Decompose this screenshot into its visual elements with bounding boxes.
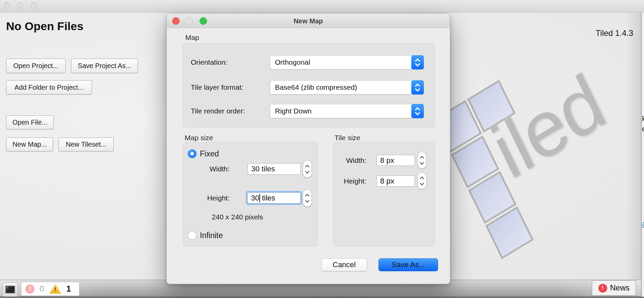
stepper-up-icon (305, 194, 309, 198)
map-height-focus-ring: 30 tiles (246, 191, 302, 205)
map-height-stepper[interactable] (303, 189, 312, 207)
map-pixel-size-text: 240 x 240 pixels (212, 213, 263, 221)
clipped-right-panel (642, 0, 644, 297)
clipped-text-fragment: k (642, 114, 644, 123)
news-button[interactable]: ! News (592, 280, 636, 296)
stepper-down-icon (420, 160, 424, 165)
tile-width-input[interactable]: 8 px (376, 155, 415, 166)
tile-render-order-label: Tile render order: (191, 104, 245, 118)
tile-height-stepper[interactable] (417, 172, 427, 189)
add-folder-to-project-button[interactable]: Add Folder to Project... (6, 80, 92, 94)
tiled-app-window: No Open Files Tiled 1.4.3 Open Project..… (0, 0, 644, 298)
radio-infinite[interactable] (188, 231, 197, 240)
stepper-down-icon (305, 169, 309, 173)
tile-width-label: Width: (332, 155, 366, 166)
zoom-window-icon[interactable] (31, 2, 37, 8)
tile-width-stepper[interactable] (417, 152, 427, 169)
infinite-radio-label: Infinite (200, 231, 223, 240)
combo-stepper-icon[interactable] (411, 55, 424, 69)
new-map-button[interactable]: New Map... (6, 137, 53, 151)
stepper-up-icon (420, 156, 424, 160)
new-tileset-button[interactable]: New Tileset... (59, 137, 114, 151)
combo-stepper-icon[interactable] (411, 80, 424, 94)
stepper-down-icon (420, 181, 424, 185)
minimize-window-icon[interactable] (17, 2, 23, 8)
terminal-icon (5, 285, 15, 294)
radio-fixed[interactable] (188, 149, 197, 158)
orientation-label: Orientation: (191, 55, 228, 69)
tile-height-label: Height: (332, 175, 366, 187)
map-group-label: Map (185, 34, 199, 42)
dialog-zoom-icon[interactable] (200, 17, 207, 25)
news-alert-badge-icon: ! (598, 284, 607, 293)
close-window-icon[interactable] (4, 2, 10, 8)
error-circle-icon: ! (25, 284, 34, 294)
orientation-select[interactable]: Orthogonal (270, 55, 424, 69)
status-bar-bottom-edge (0, 296, 644, 298)
issues-counter-panel[interactable]: ! 0 ! 1 (21, 282, 79, 296)
dialog-close-icon[interactable] (172, 17, 180, 25)
save-as-button[interactable]: Save As... (378, 258, 438, 271)
watermark-text: iled (481, 62, 615, 191)
open-project-button[interactable]: Open Project... (6, 59, 66, 73)
warning-triangle-icon: ! (49, 284, 61, 294)
tile-layer-format-select[interactable]: Base64 (zlib compressed) (270, 80, 424, 94)
map-height-input[interactable]: 30 tiles (247, 192, 301, 204)
cancel-button[interactable]: Cancel (321, 258, 367, 271)
tile-height-input[interactable]: 8 px (376, 175, 415, 187)
combo-stepper-icon[interactable] (411, 104, 424, 118)
console-toggle-button[interactable] (3, 282, 18, 297)
tile-layer-format-label: Tile layer format: (191, 80, 244, 94)
text-cursor (259, 194, 260, 202)
dialog-minimize-icon (185, 17, 193, 25)
map-height-label: Height: (187, 192, 230, 204)
stepper-down-icon (305, 198, 309, 203)
page-title: No Open Files (6, 20, 84, 33)
new-map-dialog: New Map Map Orientation: Orthogonal Tile… (166, 14, 450, 284)
error-count: 0 (40, 284, 44, 294)
warning-count: 1 (66, 284, 71, 294)
stepper-up-icon (305, 165, 309, 169)
open-file-button[interactable]: Open File... (6, 115, 54, 129)
tile-render-order-select[interactable]: Right Down (270, 104, 424, 118)
tile-size-group-label: Tile size (335, 134, 360, 142)
map-size-group-label: Map size (185, 134, 213, 142)
dialog-titlebar[interactable]: New Map (167, 14, 450, 28)
clipped-text-fragment: e (642, 125, 644, 133)
fixed-radio-label: Fixed (200, 149, 219, 158)
map-width-stepper[interactable] (303, 160, 312, 178)
news-button-label: News (610, 283, 630, 293)
map-width-input[interactable]: 30 tiles (248, 163, 301, 175)
window-edge-shading (626, 13, 641, 280)
dialog-title: New Map (167, 14, 450, 28)
clipped-link-fragment: a (642, 219, 644, 228)
main-window-titlebar (0, 0, 644, 13)
save-project-as-button[interactable]: Save Project As... (71, 59, 138, 73)
map-width-label: Width: (187, 163, 230, 175)
stepper-up-icon (420, 176, 424, 181)
